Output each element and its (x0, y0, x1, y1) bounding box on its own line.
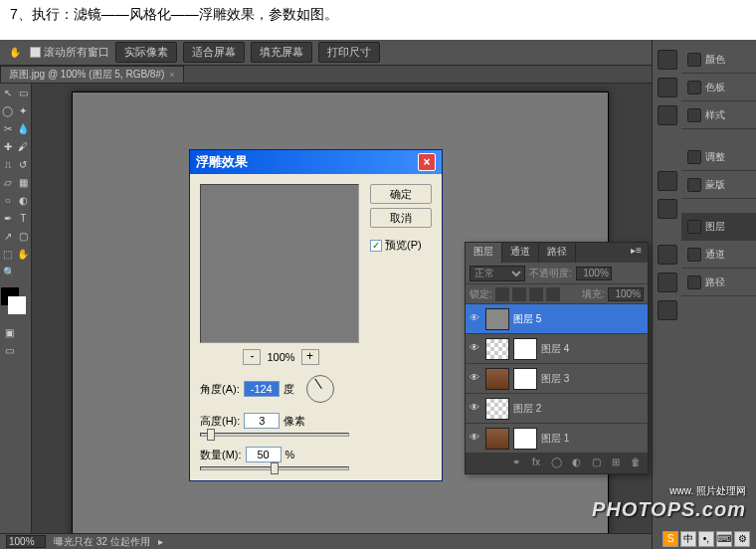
ime-zh-icon[interactable]: 中 (680, 531, 696, 547)
lasso-tool-icon[interactable]: ◯ (1, 102, 15, 118)
fit-screen-button[interactable]: 适合屏幕 (183, 42, 245, 63)
close-button[interactable]: × (418, 153, 436, 171)
panel-label-channels[interactable]: 通道 (681, 241, 756, 269)
history-panel-icon[interactable] (658, 50, 677, 70)
visibility-icon[interactable]: 👁 (468, 342, 481, 356)
ime-keyboard-icon[interactable]: ⌨ (716, 531, 732, 547)
marquee-tool-icon[interactable]: ▭ (17, 85, 31, 100)
gradient-tool-icon[interactable]: ▦ (17, 174, 31, 190)
layers-icon[interactable] (658, 245, 677, 265)
panel-label-swatches[interactable]: 色板 (681, 74, 756, 101)
zoom-out-button[interactable]: - (243, 349, 261, 365)
opacity-value[interactable]: 100% (576, 267, 612, 280)
cancel-button[interactable]: 取消 (370, 208, 432, 228)
fill-screen-button[interactable]: 填充屏幕 (251, 42, 312, 63)
zoom-tool-icon[interactable]: 🔍 (1, 264, 17, 279)
ime-gear-icon[interactable]: ⚙ (734, 531, 750, 547)
hand-tool-icon[interactable]: ✋ (17, 246, 31, 262)
actual-pixels-button[interactable]: 实际像素 (115, 42, 177, 63)
wand-tool-icon[interactable]: ✦ (17, 102, 31, 118)
panel-label-adjustments[interactable]: 调整 (681, 143, 756, 171)
paths-icon[interactable] (658, 300, 677, 320)
zoom-in-button[interactable]: + (301, 349, 319, 365)
amount-unit: % (285, 449, 295, 460)
print-size-button[interactable]: 打印尺寸 (318, 42, 380, 63)
panel-label-layers[interactable]: 图层 (681, 213, 756, 241)
dropdown-icon[interactable]: ▸ (158, 536, 163, 547)
height-slider[interactable] (200, 433, 349, 437)
mask-icon[interactable]: ◯ (548, 457, 564, 470)
document-tab-label: 原图.jpg @ 100% (图层 5, RGB/8#) (9, 68, 164, 82)
history-tool-icon[interactable]: ↺ (17, 156, 31, 172)
hand-tool-icon[interactable]: ✋ (7, 45, 23, 61)
channels-icon[interactable] (658, 273, 677, 292)
angle-input[interactable] (244, 381, 280, 397)
lock-trans-icon[interactable] (495, 287, 509, 301)
adjustments-icon[interactable] (658, 171, 677, 191)
blur-tool-icon[interactable]: ○ (1, 192, 15, 208)
amount-input[interactable] (246, 447, 282, 462)
path-tool-icon[interactable]: ↗ (1, 228, 15, 244)
eraser-tool-icon[interactable]: ▱ (1, 174, 15, 190)
type-tool-icon[interactable]: T (17, 210, 31, 226)
adjust-icon[interactable]: ◐ (568, 457, 584, 470)
height-unit: 像素 (284, 414, 305, 429)
fill-value[interactable]: 100% (608, 287, 644, 301)
angle-dial[interactable] (306, 375, 334, 403)
panel-label-styles[interactable]: 样式 (681, 101, 756, 129)
masks-icon[interactable] (658, 199, 677, 219)
visibility-icon[interactable]: 👁 (468, 432, 481, 446)
preview-checkbox[interactable]: ✓ 预览(P) (370, 238, 432, 253)
layer-row[interactable]: 👁 图层 4 (466, 334, 648, 364)
height-input[interactable] (244, 413, 280, 429)
bg-color-icon[interactable] (8, 296, 26, 314)
layer-row[interactable]: 👁 图层 2 (466, 394, 648, 424)
folder-icon[interactable]: ▢ (588, 457, 604, 470)
close-icon[interactable]: × (169, 70, 174, 80)
ime-icon[interactable]: S (662, 531, 678, 547)
link-icon[interactable]: ⚭ (508, 457, 524, 470)
panel-label-colors[interactable]: 颜色 (681, 46, 756, 74)
stamp-tool-icon[interactable]: ⎍ (1, 156, 15, 172)
move-tool-icon[interactable]: ↖ (1, 85, 15, 100)
blend-mode-select[interactable]: 正常 (470, 266, 525, 281)
layer-row[interactable]: 👁 图层 5 (466, 304, 648, 334)
crop-tool-icon[interactable]: ✂ (1, 120, 15, 136)
visibility-icon[interactable]: 👁 (468, 402, 481, 416)
document-tab[interactable]: 原图.jpg @ 100% (图层 5, RGB/8#) × (0, 66, 184, 84)
tab-layers[interactable]: 图层 (466, 243, 502, 263)
amount-slider[interactable] (200, 466, 349, 470)
preview-thumbnail[interactable] (200, 184, 359, 343)
lock-pos-icon[interactable] (529, 287, 543, 301)
tab-channels[interactable]: 通道 (502, 243, 539, 263)
tab-paths[interactable]: 路径 (539, 243, 576, 263)
scroll-all-checkbox[interactable]: 滚动所有窗口 (30, 45, 109, 60)
panel-menu-icon[interactable]: ▸≡ (625, 243, 648, 263)
zoom-field[interactable]: 100% (6, 535, 46, 548)
panel-label-masks[interactable]: 蒙版 (681, 171, 756, 199)
brush-tool-icon[interactable]: 🖌 (17, 138, 31, 154)
layer-row[interactable]: 👁 图层 3 (466, 364, 648, 394)
panel-label-paths[interactable]: 路径 (681, 269, 756, 296)
trash-icon[interactable]: 🗑 (628, 457, 644, 470)
layer-row[interactable]: 👁 图层 1 (466, 424, 648, 454)
new-layer-icon[interactable]: ⊞ (608, 457, 624, 470)
visibility-icon[interactable]: 👁 (468, 372, 481, 386)
lock-all-icon[interactable] (546, 287, 560, 301)
lock-pixels-icon[interactable] (512, 287, 526, 301)
heal-tool-icon[interactable]: ✚ (1, 138, 15, 154)
dialog-titlebar[interactable]: 浮雕效果 × (190, 150, 442, 174)
quickmask-icon[interactable]: ▣ (1, 324, 17, 340)
actions-panel-icon[interactable] (658, 78, 677, 97)
visibility-icon[interactable]: 👁 (468, 312, 481, 326)
ok-button[interactable]: 确定 (370, 184, 432, 204)
pen-tool-icon[interactable]: ✒ (1, 210, 15, 226)
eyedropper-tool-icon[interactable]: 💧 (17, 120, 31, 136)
tool-presets-icon[interactable] (658, 105, 677, 125)
fx-icon[interactable]: fx (528, 457, 544, 470)
dodge-tool-icon[interactable]: ◐ (17, 192, 31, 208)
3d-tool-icon[interactable]: ⬚ (1, 246, 15, 262)
screenmode-icon[interactable]: ▭ (1, 342, 17, 358)
shape-tool-icon[interactable]: ▢ (17, 228, 31, 244)
ime-punct-icon[interactable]: •, (698, 531, 714, 547)
